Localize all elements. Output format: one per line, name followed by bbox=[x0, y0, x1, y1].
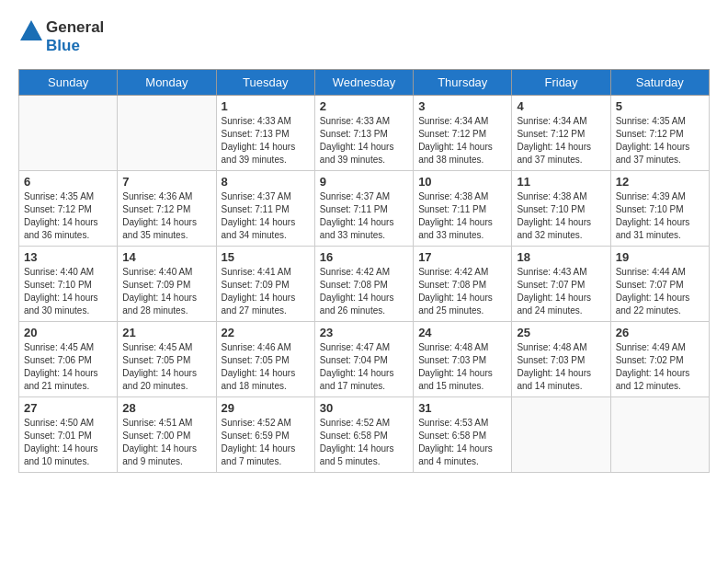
day-info: Sunrise: 4:51 AM Sunset: 7:00 PM Dayligh… bbox=[122, 417, 210, 468]
calendar-cell: 10Sunrise: 4:38 AM Sunset: 7:11 PM Dayli… bbox=[414, 171, 512, 247]
day-info: Sunrise: 4:39 AM Sunset: 7:10 PM Dayligh… bbox=[616, 190, 704, 242]
calendar-cell: 25Sunrise: 4:48 AM Sunset: 7:03 PM Dayli… bbox=[512, 322, 610, 397]
calendar-cell: 14Sunrise: 4:40 AM Sunset: 7:09 PM Dayli… bbox=[118, 247, 216, 322]
calendar-cell: 1Sunrise: 4:33 AM Sunset: 7:13 PM Daylig… bbox=[216, 96, 314, 171]
calendar-cell: 3Sunrise: 4:34 AM Sunset: 7:12 PM Daylig… bbox=[414, 96, 512, 171]
weekday-tuesday: Tuesday bbox=[216, 70, 314, 96]
day-info: Sunrise: 4:45 AM Sunset: 7:06 PM Dayligh… bbox=[24, 341, 112, 393]
day-number: 8 bbox=[222, 175, 310, 189]
day-info: Sunrise: 4:38 AM Sunset: 7:11 PM Dayligh… bbox=[418, 190, 506, 242]
calendar-cell: 17Sunrise: 4:42 AM Sunset: 7:08 PM Dayli… bbox=[414, 247, 512, 322]
day-number: 31 bbox=[418, 401, 506, 415]
day-number: 15 bbox=[222, 250, 310, 264]
day-info: Sunrise: 4:46 AM Sunset: 7:05 PM Dayligh… bbox=[222, 341, 310, 393]
logo-general: General bbox=[46, 18, 104, 36]
day-number: 16 bbox=[320, 250, 408, 264]
calendar-cell: 2Sunrise: 4:33 AM Sunset: 7:13 PM Daylig… bbox=[314, 96, 413, 171]
calendar-cell: 26Sunrise: 4:49 AM Sunset: 7:02 PM Dayli… bbox=[610, 322, 709, 397]
calendar-cell: 28Sunrise: 4:51 AM Sunset: 7:00 PM Dayli… bbox=[118, 397, 216, 473]
day-info: Sunrise: 4:40 AM Sunset: 7:10 PM Dayligh… bbox=[24, 266, 112, 317]
day-info: Sunrise: 4:34 AM Sunset: 7:12 PM Dayligh… bbox=[418, 115, 506, 167]
calendar-cell: 13Sunrise: 4:40 AM Sunset: 7:10 PM Dayli… bbox=[19, 247, 118, 322]
calendar-cell: 18Sunrise: 4:43 AM Sunset: 7:07 PM Dayli… bbox=[512, 247, 610, 322]
day-info: Sunrise: 4:42 AM Sunset: 7:08 PM Dayligh… bbox=[418, 266, 506, 317]
day-info: Sunrise: 4:45 AM Sunset: 7:05 PM Dayligh… bbox=[122, 341, 210, 393]
day-info: Sunrise: 4:53 AM Sunset: 6:58 PM Dayligh… bbox=[418, 417, 506, 468]
day-info: Sunrise: 4:37 AM Sunset: 7:11 PM Dayligh… bbox=[222, 190, 310, 242]
svg-marker-0 bbox=[20, 20, 42, 40]
logo-blue: Blue bbox=[46, 37, 80, 54]
calendar: SundayMondayTuesdayWednesdayThursdayFrid… bbox=[18, 69, 710, 473]
day-number: 13 bbox=[24, 250, 112, 264]
logo: General Blue bbox=[18, 18, 104, 55]
calendar-cell: 24Sunrise: 4:48 AM Sunset: 7:03 PM Dayli… bbox=[414, 322, 512, 397]
weekday-sunday: Sunday bbox=[19, 70, 118, 96]
day-info: Sunrise: 4:37 AM Sunset: 7:11 PM Dayligh… bbox=[320, 190, 408, 242]
day-info: Sunrise: 4:48 AM Sunset: 7:03 PM Dayligh… bbox=[517, 341, 605, 393]
day-number: 27 bbox=[24, 401, 112, 415]
calendar-cell: 12Sunrise: 4:39 AM Sunset: 7:10 PM Dayli… bbox=[610, 171, 709, 247]
calendar-cell: 31Sunrise: 4:53 AM Sunset: 6:58 PM Dayli… bbox=[414, 397, 512, 473]
day-info: Sunrise: 4:35 AM Sunset: 7:12 PM Dayligh… bbox=[24, 190, 112, 242]
weekday-wednesday: Wednesday bbox=[314, 70, 413, 96]
day-number: 21 bbox=[122, 326, 210, 339]
day-number: 18 bbox=[517, 250, 605, 264]
day-info: Sunrise: 4:42 AM Sunset: 7:08 PM Dayligh… bbox=[320, 266, 408, 317]
calendar-cell: 16Sunrise: 4:42 AM Sunset: 7:08 PM Dayli… bbox=[314, 247, 413, 322]
calendar-cell: 19Sunrise: 4:44 AM Sunset: 7:07 PM Dayli… bbox=[610, 247, 709, 322]
calendar-cell: 30Sunrise: 4:52 AM Sunset: 6:58 PM Dayli… bbox=[314, 397, 413, 473]
calendar-cell: 23Sunrise: 4:47 AM Sunset: 7:04 PM Dayli… bbox=[314, 322, 413, 397]
day-number: 3 bbox=[418, 99, 506, 113]
calendar-cell: 7Sunrise: 4:36 AM Sunset: 7:12 PM Daylig… bbox=[118, 171, 216, 247]
day-info: Sunrise: 4:50 AM Sunset: 7:01 PM Dayligh… bbox=[24, 417, 112, 468]
day-info: Sunrise: 4:41 AM Sunset: 7:09 PM Dayligh… bbox=[222, 266, 310, 317]
weekday-thursday: Thursday bbox=[414, 70, 512, 96]
day-number: 26 bbox=[616, 326, 704, 339]
day-number: 9 bbox=[320, 175, 408, 189]
calendar-cell bbox=[610, 397, 709, 473]
week-row-2: 6Sunrise: 4:35 AM Sunset: 7:12 PM Daylig… bbox=[19, 171, 710, 247]
weekday-saturday: Saturday bbox=[610, 70, 709, 96]
day-info: Sunrise: 4:49 AM Sunset: 7:02 PM Dayligh… bbox=[616, 341, 704, 393]
day-number: 22 bbox=[222, 326, 310, 339]
calendar-cell: 8Sunrise: 4:37 AM Sunset: 7:11 PM Daylig… bbox=[216, 171, 314, 247]
page: General Blue SundayMondayTuesdayWednesda… bbox=[0, 0, 728, 491]
day-number: 19 bbox=[616, 250, 704, 264]
header: General Blue bbox=[18, 18, 710, 55]
day-number: 14 bbox=[122, 250, 210, 264]
calendar-cell: 27Sunrise: 4:50 AM Sunset: 7:01 PM Dayli… bbox=[19, 397, 118, 473]
calendar-cell: 15Sunrise: 4:41 AM Sunset: 7:09 PM Dayli… bbox=[216, 247, 314, 322]
day-number: 5 bbox=[616, 99, 704, 113]
day-number: 4 bbox=[517, 99, 605, 113]
weekday-friday: Friday bbox=[512, 70, 610, 96]
day-info: Sunrise: 4:33 AM Sunset: 7:13 PM Dayligh… bbox=[222, 115, 310, 167]
logo-icon bbox=[18, 18, 44, 44]
calendar-cell: 22Sunrise: 4:46 AM Sunset: 7:05 PM Dayli… bbox=[216, 322, 314, 397]
week-row-5: 27Sunrise: 4:50 AM Sunset: 7:01 PM Dayli… bbox=[19, 397, 710, 473]
day-number: 12 bbox=[616, 175, 704, 189]
day-number: 29 bbox=[222, 401, 310, 415]
day-info: Sunrise: 4:52 AM Sunset: 6:59 PM Dayligh… bbox=[222, 417, 310, 468]
calendar-cell: 29Sunrise: 4:52 AM Sunset: 6:59 PM Dayli… bbox=[216, 397, 314, 473]
day-number: 23 bbox=[320, 326, 408, 339]
day-info: Sunrise: 4:36 AM Sunset: 7:12 PM Dayligh… bbox=[122, 190, 210, 242]
week-row-1: 1Sunrise: 4:33 AM Sunset: 7:13 PM Daylig… bbox=[19, 96, 710, 171]
calendar-cell: 21Sunrise: 4:45 AM Sunset: 7:05 PM Dayli… bbox=[118, 322, 216, 397]
day-number: 2 bbox=[320, 99, 408, 113]
day-info: Sunrise: 4:43 AM Sunset: 7:07 PM Dayligh… bbox=[517, 266, 605, 317]
day-number: 17 bbox=[418, 250, 506, 264]
week-row-4: 20Sunrise: 4:45 AM Sunset: 7:06 PM Dayli… bbox=[19, 322, 710, 397]
day-number: 7 bbox=[122, 175, 210, 189]
calendar-cell: 20Sunrise: 4:45 AM Sunset: 7:06 PM Dayli… bbox=[19, 322, 118, 397]
day-info: Sunrise: 4:35 AM Sunset: 7:12 PM Dayligh… bbox=[616, 115, 704, 167]
calendar-cell bbox=[118, 96, 216, 171]
day-number: 28 bbox=[122, 401, 210, 415]
day-number: 20 bbox=[24, 326, 112, 339]
day-info: Sunrise: 4:40 AM Sunset: 7:09 PM Dayligh… bbox=[122, 266, 210, 317]
calendar-cell: 9Sunrise: 4:37 AM Sunset: 7:11 PM Daylig… bbox=[314, 171, 413, 247]
day-number: 6 bbox=[24, 175, 112, 189]
calendar-cell bbox=[512, 397, 610, 473]
day-number: 11 bbox=[517, 175, 605, 189]
calendar-cell: 11Sunrise: 4:38 AM Sunset: 7:10 PM Dayli… bbox=[512, 171, 610, 247]
day-number: 25 bbox=[517, 326, 605, 339]
